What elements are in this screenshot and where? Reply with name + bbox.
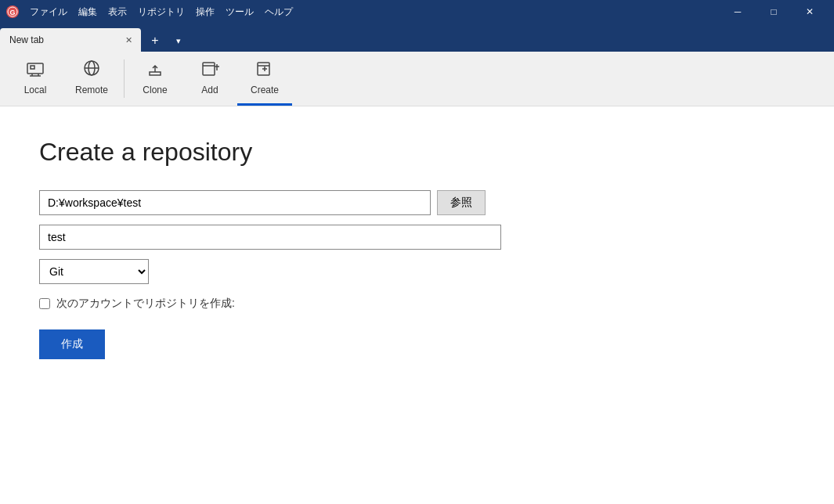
menu-bar: ファイル 編集 表示 リポジトリ 操作 ツール ヘルプ — [25, 4, 298, 20]
tabbar: New tab ✕ + ▾ — [0, 23, 834, 52]
local-icon — [26, 59, 45, 81]
type-row: Git Mercurial — [39, 259, 795, 284]
account-label[interactable]: 次のアカウントでリポジトリを作成: — [56, 297, 235, 311]
app-logo: G — [6, 5, 19, 18]
path-row: 参照 — [39, 190, 795, 215]
window-controls: ─ □ ✕ — [720, 0, 828, 23]
toolbar-label-local: Local — [24, 85, 47, 95]
name-input[interactable] — [39, 225, 501, 250]
tab-actions: + ▾ — [144, 30, 190, 52]
toolbar-label-add: Add — [201, 85, 218, 95]
titlebar-left: G ファイル 編集 表示 リポジトリ 操作 ツール ヘルプ — [6, 4, 298, 20]
svg-text:G: G — [9, 9, 15, 16]
toolbar-label-create: Create — [251, 85, 279, 95]
svg-rect-6 — [31, 66, 34, 69]
page-title: Create a repository — [39, 138, 795, 167]
create-button[interactable]: 作成 — [39, 329, 105, 359]
account-checkbox[interactable] — [39, 298, 50, 309]
tab-label: New tab — [9, 34, 44, 45]
menu-repo[interactable]: リポジトリ — [133, 4, 190, 20]
close-button[interactable]: ✕ — [792, 0, 828, 23]
toolbar-label-clone: Clone — [143, 85, 167, 95]
add-icon — [200, 59, 219, 81]
toolbar-item-create[interactable]: Create — [237, 52, 292, 106]
clone-icon — [146, 59, 164, 81]
type-select[interactable]: Git Mercurial — [39, 259, 149, 284]
menu-help[interactable]: ヘルプ — [260, 4, 298, 20]
maximize-button[interactable]: □ — [756, 0, 792, 23]
svg-rect-9 — [203, 63, 215, 75]
titlebar: G ファイル 編集 表示 リポジトリ 操作 ツール ヘルプ ─ □ ✕ — [0, 0, 834, 23]
menu-view[interactable]: 表示 — [103, 4, 132, 20]
path-input[interactable] — [39, 190, 431, 215]
svg-rect-2 — [27, 63, 43, 74]
remote-icon — [82, 59, 101, 81]
create-icon — [255, 59, 274, 81]
main-content: Create a repository 参照 Git Mercurial 次のア… — [0, 106, 834, 504]
toolbar: Local Remote Clone — [0, 52, 834, 106]
menu-action[interactable]: 操作 — [191, 4, 219, 20]
minimize-button[interactable]: ─ — [720, 0, 756, 23]
toolbar-item-remote[interactable]: Remote — [63, 52, 121, 106]
tab-dropdown-button[interactable]: ▾ — [168, 30, 190, 52]
menu-file[interactable]: ファイル — [25, 4, 72, 20]
menu-edit[interactable]: 編集 — [74, 4, 102, 20]
browse-button[interactable]: 参照 — [437, 190, 486, 215]
toolbar-item-local[interactable]: Local — [8, 52, 63, 106]
menu-tools[interactable]: ツール — [221, 4, 258, 20]
new-tab-button[interactable]: + — [144, 30, 166, 52]
toolbar-item-clone[interactable]: Clone — [128, 52, 182, 106]
name-row — [39, 225, 795, 250]
toolbar-separator-1 — [124, 59, 125, 98]
toolbar-item-add[interactable]: Add — [182, 52, 237, 106]
tab-new-tab[interactable]: New tab ✕ — [0, 28, 141, 52]
toolbar-label-remote: Remote — [75, 85, 108, 95]
tab-close-button[interactable]: ✕ — [122, 34, 135, 46]
account-checkbox-row: 次のアカウントでリポジトリを作成: — [39, 297, 795, 311]
